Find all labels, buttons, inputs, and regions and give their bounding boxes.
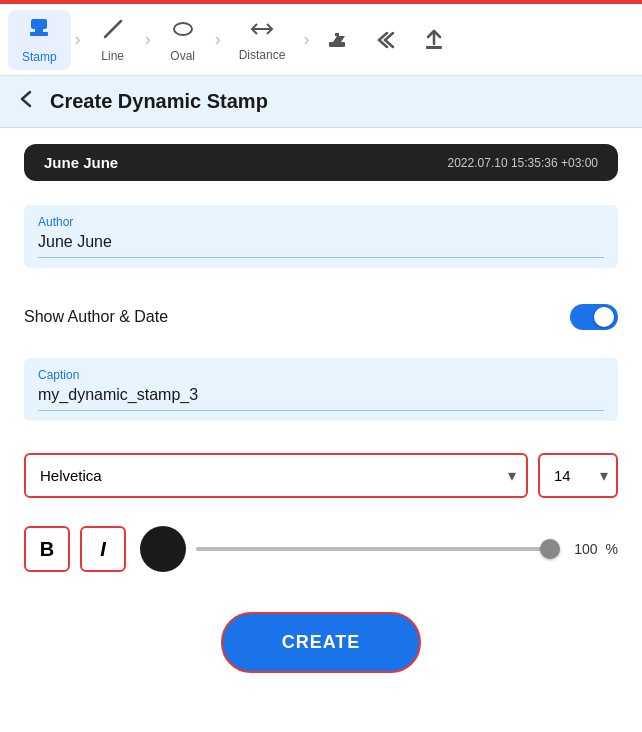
eraser-icon-btn[interactable] (313, 22, 361, 58)
italic-button[interactable]: I (80, 526, 126, 572)
toolbar: Stamp › Line › Oval › Distance › (0, 4, 642, 76)
back-button[interactable] (16, 88, 38, 116)
stamp-preview-date: 2022.07.10 15:35:36 +03:00 (448, 156, 598, 170)
size-select-wrap: 8 10 12 14 16 18 20 ▾ (538, 453, 618, 498)
create-button-wrap: CREATE (0, 596, 642, 689)
opacity-slider[interactable] (196, 547, 560, 551)
toolbar-item-line[interactable]: Line (85, 11, 141, 69)
toggle-row: Show Author & Date (0, 292, 642, 342)
caption-field-group: Caption (24, 358, 618, 421)
author-section: Author (0, 197, 642, 292)
stamp-preview: June June 2022.07.10 15:35:36 +03:00 (24, 144, 618, 181)
divider-3: › (211, 29, 225, 50)
font-select-wrap: Helvetica Arial Times New Roman Courier … (24, 453, 528, 498)
stamp-label: Stamp (22, 50, 57, 64)
caption-underline (38, 410, 604, 411)
svg-rect-1 (35, 29, 43, 32)
svg-rect-0 (31, 19, 47, 29)
toolbar-item-oval[interactable]: Oval (155, 11, 211, 69)
distance-label: Distance (239, 48, 286, 62)
svg-line-3 (105, 21, 121, 37)
opacity-percent: % (606, 541, 618, 557)
svg-point-4 (174, 23, 192, 35)
distance-icon (249, 18, 275, 46)
author-label: Author (38, 215, 604, 229)
font-select-inner: Helvetica Arial Times New Roman Courier … (26, 455, 526, 496)
caption-label: Caption (38, 368, 604, 382)
size-select[interactable]: 8 10 12 14 16 18 20 (540, 455, 616, 496)
font-select[interactable]: Helvetica Arial Times New Roman Courier (26, 455, 526, 496)
svg-rect-6 (329, 42, 345, 47)
author-field-group: Author (24, 205, 618, 268)
author-input[interactable] (38, 233, 604, 251)
page-header: Create Dynamic Stamp (0, 76, 642, 128)
page-title: Create Dynamic Stamp (50, 90, 268, 113)
svg-rect-8 (335, 33, 339, 36)
bold-button[interactable]: B (24, 526, 70, 572)
show-author-toggle[interactable] (570, 304, 618, 330)
size-select-inner: 8 10 12 14 16 18 20 ▾ (540, 455, 616, 496)
create-button[interactable]: CREATE (221, 612, 421, 673)
author-underline (38, 257, 604, 258)
back-arrow-icon-btn[interactable] (361, 23, 411, 57)
line-label: Line (101, 49, 124, 63)
divider-1: › (71, 29, 85, 50)
oval-label: Oval (170, 49, 195, 63)
main-content: June June 2022.07.10 15:35:36 +03:00 Aut… (0, 128, 642, 732)
svg-marker-7 (333, 36, 345, 42)
stamp-icon (26, 16, 52, 48)
svg-rect-9 (426, 46, 442, 49)
toggle-label: Show Author & Date (24, 308, 168, 326)
upload-icon-btn[interactable] (411, 22, 457, 58)
toolbar-item-distance[interactable]: Distance (225, 12, 300, 68)
caption-section: Caption (0, 350, 642, 445)
divider-2: › (141, 29, 155, 50)
font-controls: Helvetica Arial Times New Roman Courier … (0, 445, 642, 506)
caption-input[interactable] (38, 386, 604, 404)
divider-4: › (299, 29, 313, 50)
color-picker[interactable] (140, 526, 186, 572)
svg-rect-2 (30, 32, 48, 36)
oval-icon (171, 17, 195, 47)
toggle-slider (570, 304, 618, 330)
style-controls: B I 100 % (0, 518, 642, 580)
toolbar-item-stamp[interactable]: Stamp (8, 10, 71, 70)
opacity-slider-wrap: 100 % (196, 541, 618, 557)
line-icon (101, 17, 125, 47)
stamp-preview-name: June June (44, 154, 118, 171)
opacity-value: 100 (568, 541, 598, 557)
